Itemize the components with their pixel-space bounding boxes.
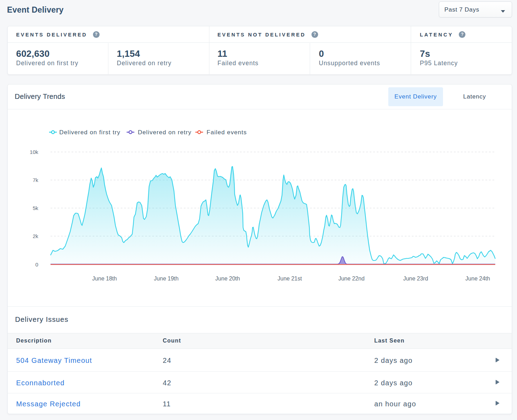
svg-text:June 18th: June 18th bbox=[92, 276, 117, 282]
svg-text:June 21st: June 21st bbox=[277, 276, 302, 282]
svg-text:June 19th: June 19th bbox=[154, 276, 179, 282]
svg-text:2k: 2k bbox=[33, 233, 38, 239]
svg-text:7k: 7k bbox=[33, 177, 38, 183]
svg-text:10k: 10k bbox=[30, 149, 39, 155]
svg-text:5k: 5k bbox=[33, 205, 38, 211]
svg-text:June 20th: June 20th bbox=[215, 276, 240, 282]
svg-text:June 23rd: June 23rd bbox=[403, 276, 428, 282]
svg-text:Failed events: Failed events bbox=[207, 129, 247, 136]
svg-text:Delivered on first try: Delivered on first try bbox=[59, 129, 120, 136]
svg-text:Delivered on retry: Delivered on retry bbox=[138, 129, 192, 136]
svg-text:June 24th: June 24th bbox=[465, 276, 490, 282]
svg-text:0: 0 bbox=[35, 262, 38, 267]
svg-text:June 22nd: June 22nd bbox=[338, 276, 365, 282]
